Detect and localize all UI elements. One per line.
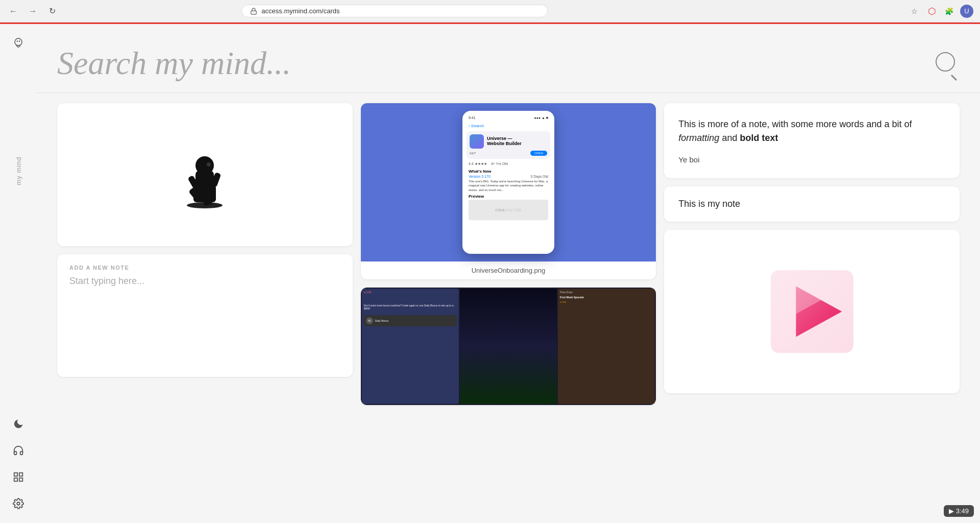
svg-rect-7 bbox=[19, 478, 22, 481]
sidebar-item-grid[interactable] bbox=[9, 468, 28, 486]
sidebar-item-dark-mode[interactable] bbox=[9, 415, 28, 433]
search-area: Search my mind... bbox=[37, 24, 980, 93]
universe-video-card[interactable]: 9:41 ●●● ▲ ■ ‹ Search Universe —Website … bbox=[361, 103, 656, 279]
gaming-panel-2 bbox=[460, 289, 557, 404]
play-button-icon bbox=[766, 266, 858, 358]
lock-icon bbox=[250, 8, 257, 15]
svg-rect-0 bbox=[251, 11, 257, 14]
app-container: my mind bbox=[0, 24, 980, 523]
star-button[interactable]: ☆ bbox=[908, 4, 922, 18]
svg-point-17 bbox=[207, 162, 211, 167]
svg-point-3 bbox=[19, 40, 20, 42]
browser-chrome: ← → ↻ access.mymind.com/cards ☆ ⬡ 🧩 U bbox=[0, 0, 980, 22]
note-sub-text: Ye boi bbox=[678, 155, 945, 164]
refresh-button[interactable]: ↻ bbox=[45, 4, 59, 18]
grid-icon bbox=[13, 471, 24, 483]
address-bar[interactable]: access.mymind.com/cards bbox=[241, 5, 548, 17]
simple-note-card[interactable]: This is my note bbox=[664, 186, 960, 222]
gaming-screenshot: ● LIVE Don't want more bonus matches? In… bbox=[361, 288, 656, 405]
browser-actions: ☆ ⬡ 🧩 U bbox=[908, 4, 974, 18]
headphone-icon bbox=[13, 445, 24, 456]
card-filename: UniverseOnboarding.png bbox=[361, 262, 656, 279]
url-text: access.mymind.com/cards bbox=[261, 7, 339, 15]
phone-mockup: 9:41 ●●● ▲ ■ ‹ Search Universe —Website … bbox=[462, 111, 554, 254]
svg-rect-5 bbox=[19, 473, 22, 476]
sidebar-label: my mind bbox=[15, 156, 22, 185]
sidebar-item-mind[interactable] bbox=[9, 34, 28, 53]
sidebar-bottom bbox=[9, 415, 28, 513]
svg-rect-4 bbox=[14, 473, 17, 476]
svg-rect-6 bbox=[14, 478, 17, 481]
universe-screenshot: 9:41 ●●● ▲ ■ ‹ Search Universe —Website … bbox=[361, 103, 656, 262]
search-button[interactable] bbox=[934, 51, 960, 76]
extensions-button[interactable]: 🧩 bbox=[942, 4, 957, 18]
mind-figure-card[interactable] bbox=[57, 103, 353, 246]
search-title[interactable]: Search my mind... bbox=[57, 44, 291, 82]
svg-point-2 bbox=[17, 40, 18, 42]
sidebar-item-settings[interactable] bbox=[9, 494, 28, 513]
svg-point-1 bbox=[15, 38, 22, 45]
extension-button-red[interactable]: ⬡ bbox=[925, 4, 939, 18]
new-note-card[interactable]: ADD A NEW NOTE Start typing here... bbox=[57, 254, 353, 377]
new-note-input[interactable]: Start typing here... bbox=[69, 276, 340, 287]
gaming-panel-3: Prize Draw First Week Specials ● LIVE bbox=[558, 289, 655, 404]
simple-note-text: This is my note bbox=[678, 199, 740, 209]
long-note-card[interactable]: This is more of a note, with some more w… bbox=[664, 103, 960, 178]
mind-icon bbox=[11, 36, 26, 51]
sidebar: my mind bbox=[0, 24, 37, 523]
main-content: Search my mind... bbox=[37, 24, 980, 523]
settings-icon bbox=[13, 498, 24, 509]
svg-point-16 bbox=[195, 156, 214, 175]
back-button[interactable]: ← bbox=[6, 4, 20, 18]
gaming-card[interactable]: ● LIVE Don't want more bonus matches? In… bbox=[361, 288, 656, 405]
svg-point-8 bbox=[17, 502, 20, 505]
new-note-label: ADD A NEW NOTE bbox=[69, 265, 340, 271]
cards-grid: ADD A NEW NOTE Start typing here... 9:41… bbox=[37, 93, 980, 523]
forward-button[interactable]: → bbox=[26, 4, 40, 18]
play-card[interactable] bbox=[664, 230, 960, 393]
thinker-figure-icon bbox=[174, 139, 235, 210]
gaming-panel-1: ● LIVE Don't want more bonus matches? In… bbox=[362, 289, 459, 404]
moon-icon bbox=[13, 418, 24, 430]
profile-button[interactable]: U bbox=[960, 4, 974, 18]
long-note-text: This is more of a note, with some more w… bbox=[678, 117, 945, 145]
search-circle bbox=[936, 52, 955, 72]
sidebar-item-audio[interactable] bbox=[9, 441, 28, 460]
